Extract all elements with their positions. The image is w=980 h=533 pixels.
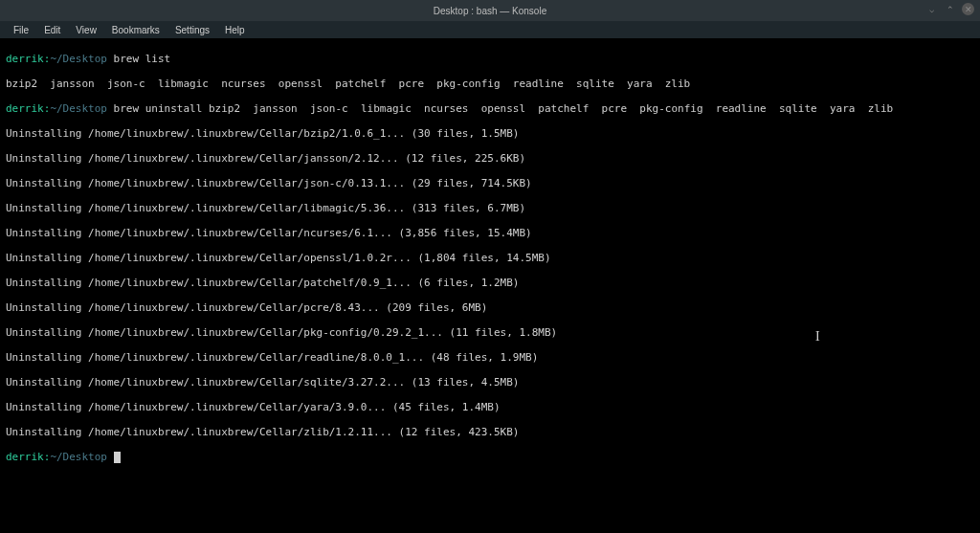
prompt-path: ~/Desktop	[50, 102, 107, 115]
menu-view[interactable]: View	[68, 25, 104, 35]
prompt-path: ~/Desktop	[50, 451, 107, 463]
window-title: Desktop : bash — Konsole	[434, 6, 546, 16]
window-titlebar: Desktop : bash — Konsole ⌵ ⌃ ✕	[0, 0, 980, 21]
terminal-line: Uninstalling /home/linuxbrew/.linuxbrew/…	[6, 127, 974, 140]
command-text: brew list	[114, 53, 171, 65]
terminal-line: Uninstalling /home/linuxbrew/.linuxbrew/…	[6, 202, 974, 214]
menu-edit[interactable]: Edit	[36, 25, 68, 35]
prompt-user: derrik	[6, 451, 44, 463]
window-controls: ⌵ ⌃ ✕	[925, 3, 974, 15]
close-button[interactable]: ✕	[962, 3, 974, 15]
terminal-line: Uninstalling /home/linuxbrew/.linuxbrew/…	[6, 326, 974, 339]
menu-file[interactable]: File	[6, 25, 36, 35]
terminal-line: Uninstalling /home/linuxbrew/.linuxbrew/…	[6, 301, 974, 314]
prompt-user: derrik	[6, 53, 44, 65]
menu-bar: File Edit View Bookmarks Settings Help	[0, 21, 980, 38]
maximize-button[interactable]: ⌃	[944, 3, 956, 15]
terminal-line: derrik:~/Desktop brew uninstall bzip2 ja…	[6, 102, 974, 115]
terminal-line: bzip2 jansson json-c libmagic ncurses op…	[6, 78, 974, 90]
terminal-line: Uninstalling /home/linuxbrew/.linuxbrew/…	[6, 277, 974, 289]
prompt-path: ~/Desktop	[50, 53, 107, 65]
menu-help[interactable]: Help	[217, 25, 253, 35]
text-cursor-icon: I	[815, 330, 820, 343]
terminal-line: Uninstalling /home/linuxbrew/.linuxbrew/…	[6, 152, 974, 165]
terminal-line: Uninstalling /home/linuxbrew/.linuxbrew/…	[6, 177, 974, 189]
terminal-output[interactable]: derrik:~/Desktop brew list bzip2 jansson…	[0, 38, 980, 533]
terminal-line: Uninstalling /home/linuxbrew/.linuxbrew/…	[6, 252, 974, 264]
minimize-button[interactable]: ⌵	[925, 3, 938, 15]
menu-settings[interactable]: Settings	[167, 25, 217, 35]
terminal-line: derrik:~/Desktop	[6, 451, 974, 463]
command-text: brew uninstall bzip2 jansson json-c libm…	[114, 102, 894, 115]
terminal-line: Uninstalling /home/linuxbrew/.linuxbrew/…	[6, 351, 974, 364]
prompt-user: derrik	[6, 102, 44, 115]
cursor-icon	[114, 452, 121, 463]
terminal-line: Uninstalling /home/linuxbrew/.linuxbrew/…	[6, 227, 974, 239]
terminal-line: Uninstalling /home/linuxbrew/.linuxbrew/…	[6, 426, 974, 438]
terminal-line: derrik:~/Desktop brew list	[6, 53, 974, 65]
menu-bookmarks[interactable]: Bookmarks	[104, 25, 167, 35]
terminal-line: Uninstalling /home/linuxbrew/.linuxbrew/…	[6, 401, 974, 413]
terminal-line: Uninstalling /home/linuxbrew/.linuxbrew/…	[6, 376, 974, 389]
